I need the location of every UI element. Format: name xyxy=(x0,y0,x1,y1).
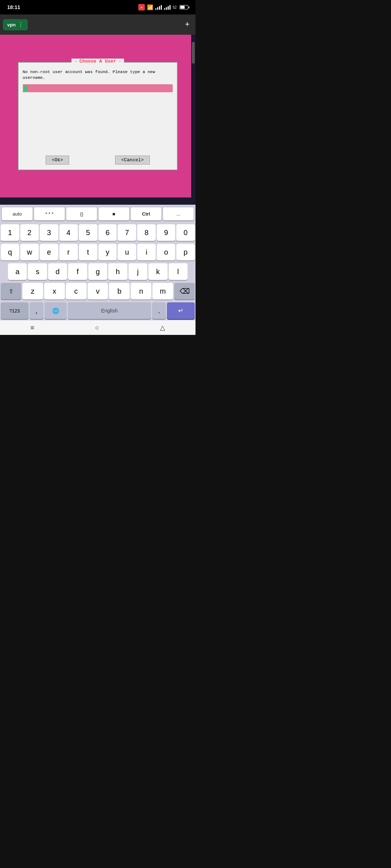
dialog-title-bar: ─ Choose A User ─ xyxy=(71,59,124,64)
terminal-scrollbar[interactable] xyxy=(191,35,196,197)
key-i[interactable]: i xyxy=(137,244,156,260)
delete-key[interactable]: ⌫ xyxy=(174,283,195,299)
key-x[interactable]: x xyxy=(44,283,65,299)
key-c[interactable]: c xyxy=(66,283,87,299)
username-input[interactable] xyxy=(23,84,173,92)
input-cursor xyxy=(24,85,27,91)
dialog-content: No non-root user account was found. Plea… xyxy=(18,63,177,98)
new-tab-button[interactable]: + xyxy=(182,19,193,31)
key-y[interactable]: y xyxy=(98,244,117,260)
key-f[interactable]: f xyxy=(68,263,87,280)
terminal-area: ─ Choose A User ─ No non-root user accou… xyxy=(0,35,196,197)
key-0[interactable]: 0 xyxy=(176,224,195,241)
bottom-strip xyxy=(0,197,196,205)
key-6[interactable]: 6 xyxy=(98,224,117,241)
browser-bar: vpn ⋮ + xyxy=(0,14,196,35)
numsym-key[interactable]: ?123 xyxy=(1,302,29,319)
tab-label: vpn xyxy=(7,22,16,27)
key-4[interactable]: 4 xyxy=(59,224,78,241)
key-z[interactable]: z xyxy=(22,283,43,299)
key-s[interactable]: s xyxy=(28,263,47,280)
status-time: 18:11 xyxy=(7,4,20,10)
browser-tab[interactable]: vpn ⋮ xyxy=(3,19,28,30)
key-d[interactable]: d xyxy=(48,263,67,280)
key-n[interactable]: n xyxy=(131,283,151,299)
key-v[interactable]: v xyxy=(88,283,108,299)
keyboard-toolbar: auto * * * {} ■ Ctrl ... xyxy=(0,205,196,223)
period-key[interactable]: . xyxy=(152,302,166,319)
number-row: 1 2 3 4 5 6 7 8 9 0 xyxy=(0,223,196,242)
dialog-buttons: <Ok> <Cancel> xyxy=(18,152,177,170)
enter-key[interactable]: ↵ xyxy=(167,302,195,319)
key-t[interactable]: t xyxy=(79,244,97,260)
signal1-icon xyxy=(155,5,162,10)
dialog-message: No non-root user account was found. Plea… xyxy=(23,69,173,81)
key-p[interactable]: p xyxy=(176,244,195,260)
status-icons: ● 📶 52 xyxy=(138,4,188,10)
key-3[interactable]: 3 xyxy=(40,224,58,241)
key-5[interactable]: 5 xyxy=(79,224,97,241)
nav-back-button[interactable]: △ xyxy=(160,324,165,332)
key-r[interactable]: r xyxy=(59,244,78,260)
password-button[interactable]: * * * xyxy=(34,207,65,221)
battery-text: 52 xyxy=(173,5,177,9)
auto-button[interactable]: auto xyxy=(1,207,33,221)
key-8[interactable]: 8 xyxy=(137,224,156,241)
zxcv-row: ⇧ z x c v b n m ⌫ xyxy=(0,281,196,301)
nav-bar: ≡ ○ △ xyxy=(0,320,196,335)
key-e[interactable]: e xyxy=(40,244,58,260)
key-m[interactable]: m xyxy=(152,283,173,299)
key-b[interactable]: b xyxy=(109,283,130,299)
space-key[interactable]: English xyxy=(68,302,151,319)
scrollbar-thumb xyxy=(192,42,195,64)
dialog-spacer xyxy=(18,98,177,152)
comma-key[interactable]: , xyxy=(30,302,43,319)
signal2-icon xyxy=(164,5,171,10)
ok-button[interactable]: <Ok> xyxy=(46,156,69,165)
braces-button[interactable]: {} xyxy=(66,207,97,221)
nav-home-button[interactable]: ○ xyxy=(95,324,99,332)
ctrl-button[interactable]: Ctrl xyxy=(130,207,162,221)
key-1[interactable]: 1 xyxy=(1,224,19,241)
key-a[interactable]: a xyxy=(8,263,27,280)
key-9[interactable]: 9 xyxy=(157,224,175,241)
qwerty-row: q w e r t y u i o p xyxy=(0,242,196,262)
battery-icon xyxy=(180,5,188,9)
key-2[interactable]: 2 xyxy=(20,224,39,241)
key-u[interactable]: u xyxy=(118,244,136,260)
cancel-button[interactable]: <Cancel> xyxy=(115,156,150,165)
key-w[interactable]: w xyxy=(20,244,39,260)
key-h[interactable]: h xyxy=(108,263,127,280)
asdf-row: a s d f g h j k l xyxy=(0,262,196,281)
status-bar: 18:11 ● 📶 52 xyxy=(0,0,196,14)
shift-key[interactable]: ⇧ xyxy=(1,283,21,299)
globe-key[interactable]: 🌐 xyxy=(45,302,67,319)
title-dash-left: ─ xyxy=(74,59,77,64)
key-7[interactable]: 7 xyxy=(118,224,136,241)
bottom-row: ?123 , 🌐 English . ↵ xyxy=(0,301,196,320)
key-k[interactable]: k xyxy=(148,263,167,280)
dialog-title: Choose A User xyxy=(79,59,116,64)
key-q[interactable]: q xyxy=(1,244,19,260)
key-j[interactable]: j xyxy=(129,263,147,280)
key-g[interactable]: g xyxy=(88,263,107,280)
nfc-icon: 📶 xyxy=(147,4,153,10)
tab-menu-icon[interactable]: ⋮ xyxy=(18,21,24,28)
black-square-button[interactable]: ■ xyxy=(98,207,130,221)
key-o[interactable]: o xyxy=(157,244,175,260)
title-dash-right: ─ xyxy=(118,59,121,64)
recording-icon: ● xyxy=(138,4,145,10)
nav-menu-button[interactable]: ≡ xyxy=(30,324,34,332)
choose-user-dialog: ─ Choose A User ─ No non-root user accou… xyxy=(18,62,178,170)
more-button[interactable]: ... xyxy=(163,207,194,221)
key-l[interactable]: l xyxy=(169,263,188,280)
